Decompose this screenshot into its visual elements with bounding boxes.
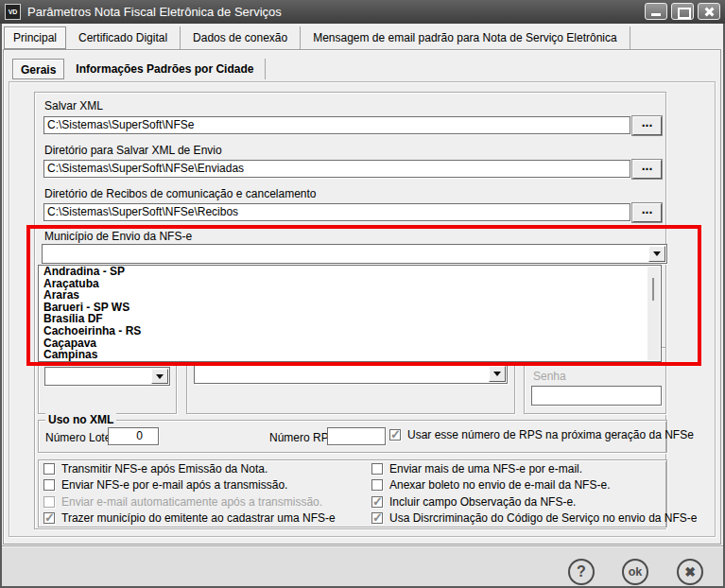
title-bar: VD Parâmetros Nota Fiscal Eletrônica de … [0,0,725,24]
main-tab-bar: Principal Certificado Digital Dados de c… [4,26,630,49]
tab-certificado-digital[interactable]: Certificado Digital [66,26,181,49]
numero-lote-label: Número Lote [45,431,111,444]
option-email-automatico: Enviar e-mail automaticamente após a tra… [43,495,322,509]
chevron-down-icon [653,251,661,256]
help-button[interactable]: ? [568,559,595,585]
option-usa-discriminacao: Usa Disrcriminação do Código de Serviço … [371,511,697,525]
dialog-window: VD Parâmetros Nota Fiscal Eletrônica de … [0,0,725,588]
list-item[interactable]: Andradina - SP [39,266,661,278]
option-transmitir: Transmitir NFS-e após Emissão da Nota. [43,462,268,476]
lower-left-combobox[interactable] [44,367,170,386]
incluir-observacao-label: Incluir campo Observação da NFS-e. [389,495,576,509]
option-trazer-municipio: Trazer município do emitente ao cadastra… [43,511,336,525]
salvar-xml-browse-button[interactable]: ... [632,116,662,135]
sub-tab-bar: Gerais Informações Padrões por Cidade [12,59,266,79]
window-title: Parâmetros Nota Fiscal Eletrônica de Ser… [27,5,282,19]
subtab-informacoes-padroes[interactable]: Informações Padrões por Cidade [64,59,266,79]
anexar-boleto-checkbox[interactable] [371,479,383,491]
app-icon: VD [5,4,21,20]
email-automatico-label: Enviar e-mail automaticamente após a tra… [61,495,322,509]
option-mais-de-uma: Enviar mais de uma NFS-e por e-mail. [371,462,582,476]
enviar-email-label: Enviar NFS-e por e-mail após a transmiss… [61,478,287,492]
dropdown-scrollbar[interactable] [647,267,660,360]
subtab-gerais[interactable]: Gerais [12,59,64,79]
usa-discriminacao-checkbox[interactable] [371,512,383,524]
list-item[interactable]: Campinas [39,349,661,361]
senha-label: Senha [533,370,566,383]
lower-center-combobox[interactable] [194,364,508,384]
usar-rps-checkbox[interactable] [389,429,401,441]
lower-left-dropdown-button[interactable] [151,369,168,384]
email-automatico-checkbox [43,496,55,508]
option-anexar-boleto: Anexar boleto no envio de e-mail da NFS-… [371,478,610,492]
uso-no-xml-title: Uso no XML [45,413,116,426]
diretorio-envio-label: Diretório para Salvar XML de Envio [44,144,222,157]
mais-de-uma-label: Enviar mais de uma NFS-e por e-mail. [389,462,582,476]
transmitir-label: Transmitir NFS-e após Emissão da Nota. [61,462,268,476]
diretorio-envio-browse-button[interactable]: ... [632,160,662,179]
numero-rps-field[interactable] [327,427,386,445]
municipio-label: Município de Envio da NFS-e [44,230,192,243]
diretorio-envio-field[interactable]: C:\Sistemas\SuperSoft\NFSe\Enviadas [43,160,630,178]
chevron-down-icon [493,372,501,376]
transmitir-checkbox[interactable] [43,463,55,475]
list-item[interactable]: Araçatuba [39,278,661,290]
senha-field[interactable] [531,386,662,406]
salvar-xml-label: Salvar XML [44,99,103,112]
numero-lote-field[interactable]: 0 [108,427,159,445]
list-item[interactable]: Cachoeirinha - RS [39,325,661,337]
list-item[interactable]: Caçapava [39,337,661,350]
tab-dados-de-conexao[interactable]: Dados de conexão [181,26,301,49]
tab-principal[interactable]: Principal [4,26,66,49]
enviar-email-checkbox[interactable] [43,479,55,491]
municipio-dropdown-list[interactable]: Andradina - SP Araçatuba Araras Barueri … [38,265,662,362]
usa-discriminacao-label: Usa Disrcriminação do Código de Serviço … [389,511,697,525]
ok-button[interactable]: ok [622,559,648,585]
anexar-boleto-label: Anexar boleto no envio de e-mail da NFS-… [389,478,610,492]
list-item[interactable]: Barueri - SP WS [39,302,661,314]
usar-rps-checkbox-label: Usar esse número de RPS na próxima geraç… [407,428,694,441]
salvar-xml-field[interactable]: C:\Sistemas\SuperSoft\NFSe [43,116,630,134]
cancel-button[interactable]: ✖ [677,559,703,585]
trazer-municipio-checkbox[interactable] [43,512,55,524]
lower-center-dropdown-button[interactable] [489,366,506,382]
minimize-button[interactable] [645,3,667,20]
municipio-combobox[interactable] [42,244,667,264]
chevron-down-icon [156,374,164,379]
diretorio-recibos-label: Diretório de Recibos de comunicação e ca… [44,187,317,200]
trazer-municipio-label: Trazer município do emitente ao cadastra… [61,511,336,525]
diretorio-recibos-field[interactable]: C:\Sistemas\SuperSoft\NFSe\Recibos [43,203,630,221]
scrollbar-thumb[interactable] [652,278,654,301]
incluir-observacao-checkbox[interactable] [371,496,383,508]
usar-rps-option: Usar esse número de RPS na próxima geraç… [389,428,694,441]
tab-mensagem-email[interactable]: Mensagem de email padrão para Nota de Se… [301,26,630,49]
option-incluir-observacao: Incluir campo Observação da NFS-e. [371,495,576,509]
close-button[interactable] [698,3,720,20]
maximize-button[interactable] [671,3,694,20]
mais-de-uma-checkbox[interactable] [371,463,383,475]
diretorio-recibos-browse-button[interactable]: ... [632,203,662,222]
option-enviar-email: Enviar NFS-e por e-mail após a transmiss… [43,478,287,492]
municipio-dropdown-button[interactable] [648,246,665,262]
footer-bar [2,545,723,586]
list-item[interactable]: Araras [39,289,661,302]
